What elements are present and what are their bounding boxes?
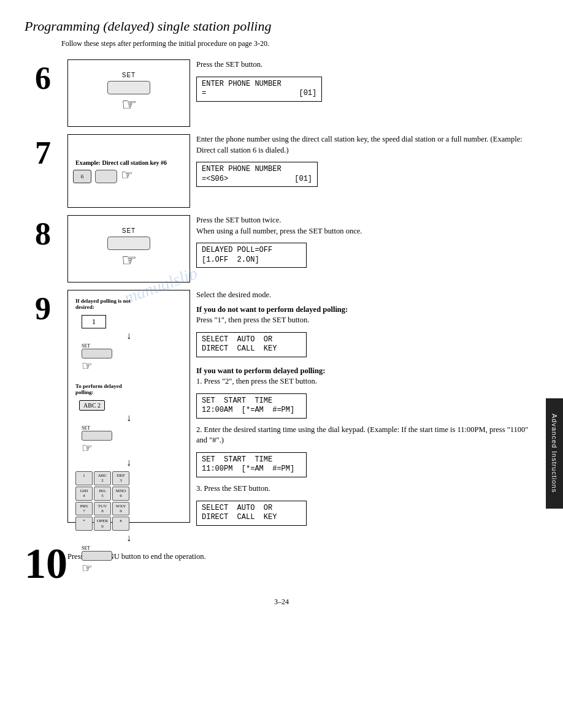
lcd-st2-1: SET START TIME	[202, 455, 301, 465]
step-8-lcd: DELAYED POLL=OFF [1.OFF 2.ON]	[196, 243, 307, 268]
side-tab: Advanced Instructions	[546, 398, 563, 509]
lcd7-line2: =<S06> [01]	[202, 175, 312, 184]
hand-mini3: ☞	[82, 561, 112, 575]
no-delayed-heading: If you do not want to perform delayed po…	[196, 305, 348, 314]
set-mini-label3: SET	[82, 545, 112, 551]
key-1: 1	[75, 471, 93, 485]
step-8-instruction: Press the SET button twice.When using a …	[196, 215, 538, 237]
key-6: 6	[73, 170, 91, 183]
lcd-select-key: SELECT AUTO OR DIRECT CALL KEY	[196, 501, 307, 526]
subtitle: Follow these steps after performing the …	[61, 39, 538, 48]
hand-icon-8: ☞	[121, 250, 137, 270]
set-label-8: SET	[122, 227, 136, 234]
step-10-number: 10	[25, 542, 61, 585]
step-7-number: 7	[25, 137, 61, 169]
step-9-row: 9 If delayed polling is notdesired: 1 ↓ …	[25, 290, 538, 526]
lcd-sk-2: DIRECT CALL KEY	[202, 513, 301, 523]
abc-2-key: ABC 2	[79, 400, 105, 411]
want-delayed-step2: 2. Enter the desired starting time using…	[196, 425, 538, 446]
key-0: OPER0	[94, 517, 111, 531]
key-def3: DEF3	[112, 471, 129, 485]
page-title: Programming (delayed) single station pol…	[25, 18, 538, 34]
lcd-nd-2: DIRECT CALL KEY	[202, 344, 301, 354]
step-6-number: 6	[25, 63, 61, 94]
key-jkl5: JKL5	[94, 487, 111, 501]
lcd-start-time1: SET START TIME 12:00AM [*=AM #=PM]	[196, 393, 307, 419]
arrow4: ↓	[75, 533, 182, 543]
set-label: SET	[122, 72, 136, 78]
key-star: *	[75, 517, 93, 531]
enter-button	[95, 170, 117, 183]
step-7-instruction: Enter the phone number using the direct …	[196, 134, 538, 156]
step-9-select: Select the desired mode.	[196, 290, 538, 301]
key-prs7: PRS7	[75, 502, 93, 516]
want-delayed-heading: If you want to perform delayed polling:	[196, 366, 325, 375]
lcd-start-time2: SET START TIME 11:00PM [*=AM #=PM]	[196, 452, 307, 477]
step7-diagram: Example: Direct call station key #6 6 ☞	[73, 159, 185, 183]
step-6-image: SET ☞	[67, 59, 190, 127]
hand-icon: ☞	[121, 94, 137, 115]
lcd-line2: = [01]	[202, 89, 316, 99]
no-delayed-detail: Press "1", then press the SET button.	[196, 316, 309, 324]
step-7-content: Enter the phone number using the direct …	[196, 134, 538, 187]
step-6-row: 6 SET ☞ Press the SET button. ENTER PHON…	[25, 59, 538, 127]
key-wxy9: WXY9	[112, 502, 129, 516]
hand-mini: ☞	[82, 358, 112, 373]
key-ghi4: GHI4	[75, 487, 93, 501]
step-8-number: 8	[25, 218, 61, 250]
arrow2: ↓	[75, 413, 182, 423]
key-1-display: 1	[82, 315, 106, 328]
hand-mini2: ☞	[82, 441, 112, 455]
lcd-nd-1: SELECT AUTO OR	[202, 335, 301, 345]
not-desired-label: If delayed polling is notdesired:	[75, 298, 131, 310]
key-mno6: MNO6	[112, 487, 129, 501]
lcd8-line2: [1.OFF 2.ON]	[202, 256, 301, 265]
lcd-st1-1: SET START TIME	[202, 396, 301, 406]
set-btn-mini2	[82, 431, 112, 441]
steps-container: 6 SET ☞ Press the SET button. ENTER PHON…	[25, 59, 538, 585]
want-delayed-step3: 3. Press the SET button.	[196, 483, 538, 495]
key-tuv8: TUV8	[94, 502, 111, 516]
set-mini-label2: SET	[82, 425, 112, 431]
key-abc2: ABC2	[94, 471, 111, 485]
set-button-shape-8	[107, 237, 150, 250]
want-delayed-step1: 1. Press "2", then press the SET button.	[196, 377, 317, 385]
perform-delayed-label: To perform delayedpolling:	[75, 383, 122, 395]
step-7-lcd: ENTER PHONE NUMBER =<S06> [01]	[196, 162, 318, 187]
step-8-content: Press the SET button twice.When using a …	[196, 215, 538, 268]
lcd7-line1: ENTER PHONE NUMBER	[202, 165, 312, 175]
set-btn-mini	[82, 349, 112, 358]
step-9-number: 9	[25, 293, 61, 325]
lcd-no-delayed: SELECT AUTO OR DIRECT CALL KEY	[196, 332, 307, 357]
step-6-instruction: Press the SET button.	[196, 59, 538, 70]
keypad: 1 ABC2 DEF3 GHI4 JKL5 MNO6 PRS7 TUV8 WXY…	[75, 471, 129, 531]
page-number: 3–24	[25, 597, 538, 607]
lcd-line1: ENTER PHONE NUMBER	[202, 80, 316, 89]
key-hash: #	[112, 517, 129, 531]
step-7-image: Example: Direct call station key #6 6 ☞	[67, 134, 190, 208]
step-9-content: Select the desired mode. If you do not w…	[196, 290, 538, 526]
hand-icon-7: ☞	[121, 167, 133, 183]
lcd8-line1: DELAYED POLL=OFF	[202, 246, 301, 256]
arrow3: ↓	[75, 458, 182, 468]
step-9-image: If delayed polling is notdesired: 1 ↓ SE…	[67, 290, 190, 523]
example-text: Example: Direct call station key #6	[73, 159, 185, 166]
lcd-st2-2: 11:00PM [*=AM #=PM]	[202, 464, 301, 474]
set-mini-label: SET	[82, 343, 112, 349]
arrow1: ↓	[75, 331, 182, 341]
lcd-st1-2: 12:00AM [*=AM #=PM]	[202, 406, 301, 415]
step9-diagram: If delayed polling is notdesired: 1 ↓ SE…	[73, 295, 185, 578]
step-8-image: SET ☞	[67, 215, 190, 282]
step-7-row: 7 Example: Direct call station key #6 6 …	[25, 134, 538, 208]
set-btn-mini3	[82, 551, 112, 561]
step-6-content: Press the SET button. ENTER PHONE NUMBER…	[196, 59, 538, 102]
set-button-shape	[107, 81, 150, 94]
step-8-row: 8 SET ☞ Press the SET button twice.When …	[25, 215, 538, 282]
lcd-sk-1: SELECT AUTO OR	[202, 504, 301, 514]
step-6-lcd: ENTER PHONE NUMBER = [01]	[196, 77, 322, 102]
